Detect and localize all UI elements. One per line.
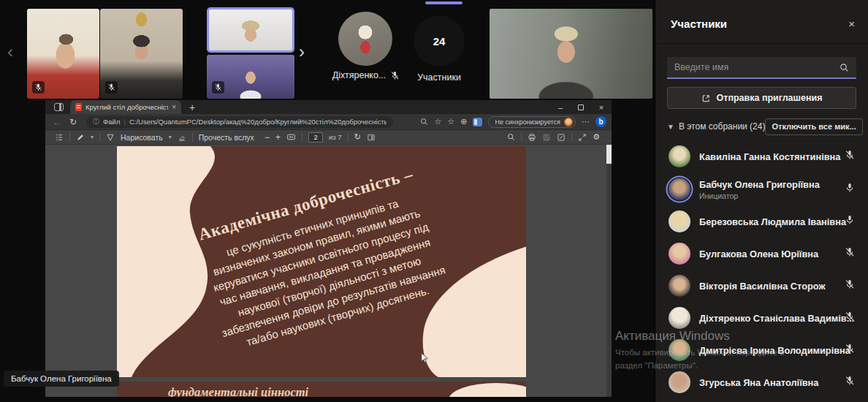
mic-status-icon[interactable] [845, 183, 855, 196]
mic-status-icon[interactable] [845, 279, 855, 292]
filmstrip-next-button[interactable]: › [299, 42, 305, 62]
save-icon[interactable] [542, 133, 551, 142]
participant-row[interactable]: Вікторія Василівна Сторож [655, 270, 868, 302]
print-icon[interactable] [528, 133, 536, 142]
shared-browser-window: Круглий стіл доброчесність1.pd × + – × ←… [45, 100, 612, 397]
pdf-viewport[interactable]: Академічна доброчесність – це сукупність… [45, 145, 612, 397]
highlight-pen-icon[interactable] [76, 133, 85, 142]
zoom-in-button[interactable]: + [275, 132, 281, 143]
next-slide-title: фундаментальні цінності [168, 385, 308, 397]
spotlight-video[interactable] [490, 9, 652, 99]
window-drag-accent [425, 1, 462, 4]
search-icon[interactable] [420, 118, 428, 126]
participant-row[interactable]: Березовська Людмила Іванівна [655, 205, 868, 238]
filmstrip-prev-button[interactable]: ‹ [7, 42, 13, 62]
close-button[interactable]: × [591, 100, 612, 114]
pdf-scrollbar-thumb[interactable] [606, 145, 612, 164]
star-menu-icon[interactable]: ☆ [434, 117, 441, 126]
mic-muted-icon [105, 81, 118, 94]
tab-close-icon[interactable]: × [172, 103, 176, 111]
participant-list: Кавиліна Ганна Костянтинівна Бабчук Олен… [655, 140, 868, 398]
more-menu-icon[interactable]: ⋯ [582, 117, 590, 126]
page-view-icon[interactable] [367, 133, 376, 142]
address-field[interactable]: ⓘ Файл | C:/Users/QuantumPC/Desktop/акад… [86, 116, 393, 128]
overflow-participant-name: Діхтяренко... [332, 70, 387, 80]
pdf-scrollbar[interactable] [606, 145, 612, 397]
mic-status-icon[interactable] [845, 150, 855, 163]
fit-to-width-icon[interactable] [286, 132, 296, 142]
window-controls: – × [550, 100, 612, 114]
overflow-participant-avatar[interactable] [338, 12, 392, 66]
chevron-down-icon[interactable]: ▾ [91, 134, 94, 140]
mic-status-icon[interactable] [845, 344, 855, 357]
settings-gear-icon[interactable]: ⚙ [593, 132, 600, 142]
page-info-icon[interactable]: ⓘ [93, 117, 99, 126]
chevron-down-icon[interactable]: ▾ [169, 134, 172, 140]
video-thumbnail-4[interactable] [207, 55, 294, 99]
split-screen-icon[interactable] [473, 118, 482, 126]
caret-down-icon[interactable]: ▼ [667, 123, 674, 131]
scheme-label: Файл [103, 118, 120, 126]
favorite-icon[interactable]: ☆ [447, 117, 454, 126]
mute-all-button[interactable]: Отключить все мик... [765, 118, 862, 135]
panel-close-icon[interactable]: × [848, 18, 855, 30]
mic-status-icon[interactable] [845, 215, 855, 228]
profile-avatar [564, 118, 573, 126]
mic-status-icon[interactable] [845, 311, 855, 325]
participant-row[interactable]: Дмитрієва Ірина Володимирівна [655, 334, 868, 366]
participant-name: Бабчук Олена Григоріївна [699, 179, 820, 190]
read-aloud-button[interactable]: Прочесть вслух [199, 133, 254, 142]
avatar [669, 275, 690, 297]
invite-label: Отправка приглашения [717, 93, 823, 103]
slide-blob-shape [449, 383, 526, 397]
toolbar-separator [348, 133, 349, 141]
pdf-toolbar-center: − + 2 из 7 ↻ [264, 132, 376, 143]
restore-button[interactable] [571, 100, 591, 114]
draw-pen-icon[interactable] [106, 133, 115, 142]
video-thumbnail-1[interactable] [27, 9, 99, 99]
save-as-icon[interactable] [557, 133, 566, 142]
table-of-contents-icon[interactable] [55, 133, 64, 142]
browser-tab-pdf[interactable]: Круглий стіл доброчесність1.pd × [70, 100, 181, 114]
page-number-input[interactable]: 2 [308, 132, 323, 143]
minimize-button[interactable]: – [550, 100, 571, 114]
new-tab-button[interactable]: + [189, 102, 195, 113]
collections-icon[interactable]: ⊕ [460, 117, 467, 126]
participant-row[interactable]: Згурська Яна Анатоліївна [655, 366, 868, 398]
participant-row[interactable]: Булгакова Олена Юріївна [655, 238, 868, 270]
zoom-out-button[interactable]: − [264, 132, 270, 143]
search-document-icon[interactable] [507, 133, 515, 141]
mic-status-icon[interactable] [845, 247, 855, 260]
back-icon[interactable]: ← [53, 117, 61, 127]
participant-row[interactable]: Діхтяренко Станіслава Вадимів... [655, 302, 868, 334]
video-thumbnail-3-active-speaker[interactable] [207, 7, 294, 53]
eraser-icon[interactable] [178, 133, 186, 142]
participant-row[interactable]: Кавиліна Ганна Костянтинівна [655, 140, 868, 172]
video-thumbnail-2[interactable] [100, 9, 183, 99]
rotate-icon[interactable]: ↻ [354, 132, 361, 142]
participant-count-bubble[interactable]: 24 [414, 15, 465, 67]
draw-label[interactable]: Нарисовать [121, 133, 163, 142]
participant-row[interactable]: Бабчук Олена Григоріївна Инициатор [655, 172, 868, 205]
pdf-favicon [75, 103, 82, 111]
mic-muted-icon [390, 71, 400, 80]
participant-name: Вікторія Василівна Сторож [699, 281, 826, 292]
search-icon[interactable] [840, 63, 849, 72]
address-separator: | [123, 118, 125, 126]
pdf-toolbar-right: ⚙ [507, 132, 600, 142]
mic-status-icon[interactable] [845, 376, 855, 389]
toolbar-separator [521, 133, 522, 141]
tab-actions-icon[interactable] [54, 103, 64, 111]
browser-address-bar: ← ↻ ⓘ Файл | C:/Users/QuantumPC/Desktop/… [45, 114, 612, 130]
share-icon [701, 94, 711, 103]
send-invite-button[interactable]: Отправка приглашения [667, 87, 856, 109]
participant-search-input[interactable]: Введите имя [667, 57, 856, 79]
participant-name: Кавиліна Ганна Костянтинівна [699, 151, 840, 162]
sync-status-pill[interactable]: Не синхронизируется [488, 116, 576, 128]
toolbar-separator [69, 133, 70, 141]
pdf-toolbar-left: ▾ Нарисовать ▾ Прочесть вслух [55, 133, 254, 142]
bing-copilot-icon[interactable]: b [595, 116, 606, 127]
overflow-participant-label: Діхтяренко... [319, 70, 414, 80]
fullscreen-icon[interactable] [578, 133, 587, 142]
refresh-icon[interactable]: ↻ [69, 117, 77, 127]
